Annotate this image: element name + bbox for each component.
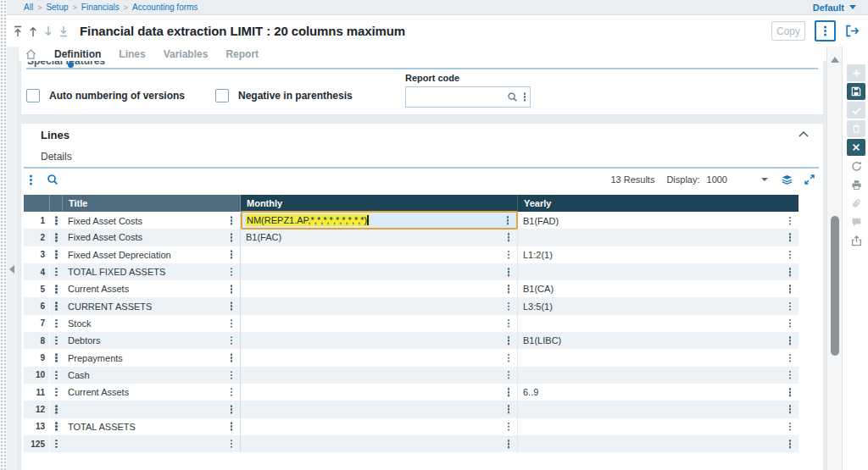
cell-menu-icon[interactable] <box>789 305 792 307</box>
cell-menu-icon[interactable] <box>231 323 233 325</box>
breadcrumb-item-financials[interactable]: Financials <box>81 3 120 12</box>
print-button[interactable] <box>847 176 865 193</box>
row-menu-icon[interactable] <box>55 219 58 222</box>
context-switcher[interactable]: Default <box>813 3 856 13</box>
tab-lines[interactable]: Lines <box>119 48 145 60</box>
cell-menu-icon[interactable] <box>507 219 509 222</box>
cell-menu-icon[interactable] <box>508 425 510 428</box>
row-menu-icon[interactable] <box>55 323 58 325</box>
breadcrumb-item-all[interactable]: All <box>24 3 33 12</box>
row-handle[interactable] <box>50 435 63 452</box>
cell-menu-icon[interactable] <box>789 408 792 411</box>
add-button[interactable] <box>847 64 865 81</box>
collapse-left-icon[interactable] <box>9 265 14 274</box>
cell-menu-icon[interactable] <box>231 391 233 394</box>
display-dropdown-icon[interactable] <box>761 178 768 181</box>
row-handle[interactable] <box>50 246 63 263</box>
row-handle[interactable] <box>50 384 63 401</box>
cell-yearly[interactable]: L1:2(1) <box>518 246 798 263</box>
layers-icon[interactable] <box>781 174 793 185</box>
cell-menu-icon[interactable] <box>231 236 233 239</box>
row-number[interactable]: 13 <box>24 418 50 435</box>
delete-button[interactable] <box>847 120 865 137</box>
row-handle[interactable] <box>50 367 63 384</box>
cell-menu-icon[interactable] <box>231 219 233 222</box>
cell-menu-icon[interactable] <box>789 340 792 342</box>
cell-title[interactable]: Current Assets <box>63 384 241 401</box>
row-number[interactable]: 2 <box>24 229 50 246</box>
cell-menu-icon[interactable] <box>231 271 233 274</box>
column-header-yearly[interactable]: Yearly <box>518 195 798 212</box>
cell-title[interactable]: TOTAL FIXED ASSETS <box>63 263 241 280</box>
report-code-input[interactable] <box>406 87 507 107</box>
cell-monthly[interactable] <box>241 418 518 435</box>
cell-monthly[interactable] <box>241 384 518 401</box>
row-handle[interactable] <box>50 297 63 314</box>
cell-menu-icon[interactable] <box>508 253 510 256</box>
row-handle[interactable] <box>50 263 63 280</box>
row-menu-icon[interactable] <box>55 253 58 256</box>
cell-menu-icon[interactable] <box>789 236 792 239</box>
row-handle[interactable] <box>50 280 63 297</box>
checkbox-box[interactable] <box>26 89 40 102</box>
home-icon[interactable] <box>25 49 36 59</box>
cell-menu-icon[interactable] <box>789 391 792 394</box>
cell-yearly[interactable]: B1(CA) <box>518 280 798 297</box>
attachment-button[interactable] <box>847 195 865 212</box>
cell-menu-icon[interactable] <box>508 443 510 445</box>
cell-yearly[interactable] <box>518 229 798 246</box>
cell-yearly[interactable]: B1(LIBC) <box>518 332 798 349</box>
cell-yearly[interactable] <box>518 367 798 384</box>
cell-yearly[interactable] <box>518 349 798 366</box>
cell-title[interactable]: Debtors <box>63 332 241 349</box>
cell-title[interactable]: TOTAL ASSETS <box>63 418 241 435</box>
row-handle[interactable] <box>50 229 63 246</box>
checkbox-negative-in-parenthesis[interactable]: Negative in parenthesis <box>215 89 353 102</box>
validate-button[interactable] <box>847 102 865 119</box>
cell-menu-icon[interactable] <box>231 408 233 411</box>
cell-menu-icon[interactable] <box>231 374 233 377</box>
tab-definition[interactable]: Definition <box>54 48 101 60</box>
cell-menu-icon[interactable] <box>508 391 510 394</box>
cell-menu-icon[interactable] <box>789 219 792 222</box>
row-menu-icon[interactable] <box>55 305 58 307</box>
cell-title[interactable]: Prepayments <box>63 349 241 366</box>
cell-menu-icon[interactable] <box>789 288 792 290</box>
cell-title[interactable]: Fixed Asset Depreciation <box>63 246 241 263</box>
cell-monthly[interactable] <box>241 349 518 366</box>
cell-title[interactable]: Stock <box>63 315 241 332</box>
more-actions-button[interactable] <box>815 20 836 41</box>
row-menu-icon[interactable] <box>55 443 58 445</box>
cell-menu-icon[interactable] <box>789 253 792 256</box>
row-number[interactable]: 3 <box>24 246 50 263</box>
row-number[interactable]: 1 <box>24 212 50 229</box>
row-menu-icon[interactable] <box>55 408 58 411</box>
row-number[interactable]: 8 <box>24 332 50 349</box>
tab-variables[interactable]: Variables <box>164 48 209 60</box>
previous-record-icon[interactable] <box>27 25 38 37</box>
row-menu-icon[interactable] <box>55 391 58 394</box>
cell-yearly[interactable] <box>518 315 798 332</box>
cell-menu-icon[interactable] <box>231 305 233 307</box>
cell-monthly[interactable] <box>241 401 518 417</box>
row-number[interactable]: 6 <box>24 297 50 314</box>
cell-menu-icon[interactable] <box>508 271 510 274</box>
checkbox-box[interactable] <box>215 89 229 102</box>
field-menu-icon[interactable] <box>524 96 526 98</box>
cell-monthly[interactable] <box>241 246 518 263</box>
save-button[interactable] <box>847 83 865 100</box>
cell-menu-icon[interactable] <box>508 236 510 239</box>
cell-menu-icon[interactable] <box>231 340 233 342</box>
cell-menu-icon[interactable] <box>789 323 792 325</box>
display-value[interactable]: 1000 <box>707 174 727 185</box>
collapse-section-icon[interactable] <box>798 131 809 137</box>
cell-monthly[interactable] <box>241 315 518 332</box>
close-button[interactable] <box>847 139 865 156</box>
row-handle[interactable] <box>50 401 63 417</box>
cell-menu-icon[interactable] <box>231 288 233 290</box>
exit-icon[interactable] <box>845 25 860 37</box>
row-handle[interactable] <box>50 418 63 435</box>
cell-title[interactable] <box>63 401 241 417</box>
cell-menu-icon[interactable] <box>508 340 510 342</box>
cell-monthly[interactable] <box>241 332 518 349</box>
